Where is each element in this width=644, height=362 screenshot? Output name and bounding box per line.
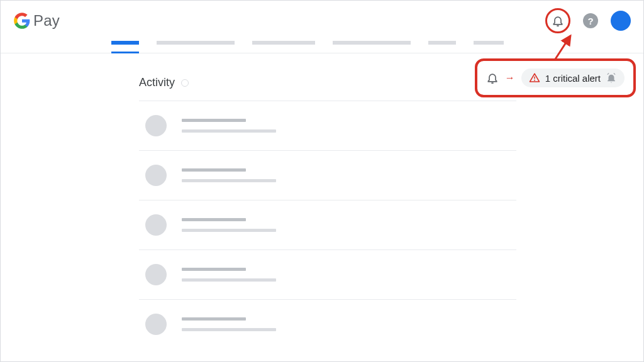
placeholder-line — [182, 129, 276, 133]
notifications-button[interactable] — [545, 8, 570, 33]
item-avatar — [145, 115, 167, 136]
placeholder-line — [182, 268, 246, 271]
item-text — [182, 317, 276, 331]
google-g-icon — [13, 12, 31, 30]
placeholder-line — [182, 119, 246, 122]
list-item[interactable] — [139, 300, 516, 349]
placeholder-line — [182, 229, 276, 232]
item-avatar — [145, 214, 167, 236]
brand-text: Pay — [33, 12, 60, 30]
item-text — [182, 268, 276, 282]
header: Pay ? — [1, 1, 643, 41]
page-title-row: Activity — [139, 76, 516, 101]
content: Activity — [1, 53, 516, 349]
tabs — [1, 41, 643, 53]
placeholder-line — [182, 168, 246, 172]
logo[interactable]: Pay — [13, 12, 60, 30]
item-text — [182, 168, 276, 182]
header-actions: ? — [545, 8, 631, 33]
bell-ringing-icon — [606, 72, 617, 84]
item-avatar — [145, 314, 167, 335]
placeholder-line — [182, 328, 276, 331]
tab-3[interactable] — [252, 41, 315, 45]
help-icon: ? — [583, 13, 598, 28]
placeholder-line — [182, 278, 276, 282]
activity-list — [139, 101, 516, 349]
item-text — [182, 119, 276, 133]
item-text — [182, 218, 276, 232]
tab-2[interactable] — [157, 41, 235, 45]
title-decoration — [181, 79, 189, 87]
placeholder-line — [182, 179, 276, 182]
critical-alert-pill[interactable]: 1 critical alert — [521, 69, 625, 87]
list-item[interactable] — [139, 151, 516, 200]
page-title: Activity — [139, 76, 175, 89]
warning-triangle-icon — [529, 72, 540, 84]
avatar[interactable] — [611, 11, 631, 31]
list-item[interactable] — [139, 101, 516, 151]
tab-4[interactable] — [333, 41, 411, 45]
annotation-callout: → 1 critical alert — [475, 58, 636, 97]
list-item[interactable] — [139, 200, 516, 250]
help-button[interactable]: ? — [578, 8, 603, 33]
placeholder-line — [182, 317, 246, 321]
svg-point-1 — [534, 80, 535, 81]
tab-1[interactable] — [111, 41, 139, 45]
item-avatar — [145, 165, 167, 186]
placeholder-line — [182, 218, 246, 221]
list-item[interactable] — [139, 250, 516, 300]
bell-icon — [552, 14, 564, 27]
alert-text: 1 critical alert — [545, 73, 601, 84]
tab-5[interactable] — [428, 41, 456, 45]
item-avatar — [145, 264, 167, 285]
tab-6[interactable] — [474, 41, 504, 45]
arrow-right-icon: → — [505, 72, 515, 84]
bell-icon — [486, 72, 499, 84]
